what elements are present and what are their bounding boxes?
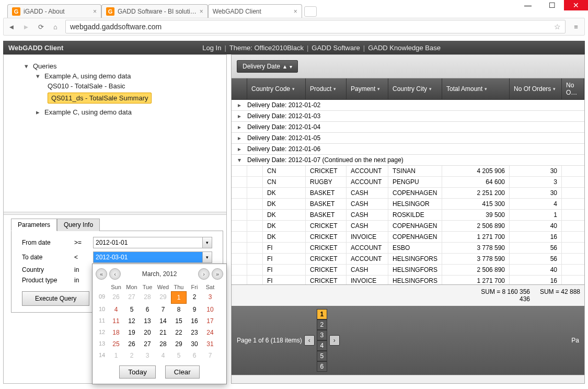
pager-next-icon[interactable]: › xyxy=(329,335,340,346)
header-link-theme[interactable]: Theme: Office2010Black xyxy=(229,44,304,52)
tree-node[interactable]: ▾Queries ▾Example A, using demo data QS0… xyxy=(25,60,217,120)
calendar-day[interactable]: 5 xyxy=(171,350,187,361)
calendar-next-icon[interactable]: › xyxy=(198,268,210,280)
col-city[interactable]: Country City▾ xyxy=(388,78,442,99)
calendar-day[interactable]: 18 xyxy=(108,327,124,338)
calendar-day[interactable]: 25 xyxy=(108,338,124,350)
pager-page[interactable]: 5 xyxy=(317,351,327,361)
calendar-fast-prev-icon[interactable]: « xyxy=(96,268,107,280)
col-product[interactable]: Product▾ xyxy=(306,78,347,99)
calendar-day[interactable]: 12 xyxy=(124,315,140,327)
table-row[interactable]: DKBASKETCASHROSKILDE39 5001 xyxy=(232,210,584,221)
execute-query-button[interactable]: Execute Query xyxy=(22,291,89,306)
table-row[interactable]: FICRICKETACCOUNTESBO3 778 59056 xyxy=(232,243,584,254)
calendar-day[interactable]: 4 xyxy=(108,304,124,315)
calendar-day[interactable]: 15 xyxy=(171,315,187,327)
header-link-kb[interactable]: GADD Knowledge Base xyxy=(368,44,441,52)
browser-tab[interactable]: G GADD Software - BI soluti… × xyxy=(101,4,208,18)
tab-query-info[interactable]: Query Info xyxy=(57,219,100,231)
filter-icon[interactable]: ▾ xyxy=(290,64,292,70)
calendar-day[interactable]: 16 xyxy=(187,315,202,327)
table-row[interactable]: FICRICKETACCOUNTHELSINGFORS3 778 59056 xyxy=(232,254,584,265)
calendar-day[interactable]: 13 xyxy=(140,315,155,327)
calendar-day[interactable]: 31 xyxy=(202,338,218,350)
calendar-day[interactable]: 10 xyxy=(202,304,218,315)
home-icon[interactable]: ⌂ xyxy=(51,22,60,31)
calendar-day[interactable]: 19 xyxy=(124,327,140,338)
header-link-login[interactable]: Log In xyxy=(202,44,221,52)
calendar-prev-icon[interactable]: ‹ xyxy=(109,268,121,280)
col-payment[interactable]: Payment▾ xyxy=(347,78,388,99)
col-extra[interactable]: No O… xyxy=(562,78,584,99)
calendar-day[interactable]: 4 xyxy=(155,350,171,361)
calendar-day[interactable]: 26 xyxy=(124,338,140,350)
menu-icon[interactable]: ≡ xyxy=(571,22,581,31)
col-orders[interactable]: No Of Orders▾ xyxy=(510,78,562,99)
chevron-right-icon[interactable]: ▸ xyxy=(232,112,247,120)
group-row[interactable]: ▸Delivery Date: 2012-01-02 xyxy=(232,100,584,111)
close-icon[interactable]: × xyxy=(200,8,203,15)
browser-tab[interactable]: WebGADD Client × xyxy=(208,4,302,18)
calendar-day[interactable]: 27 xyxy=(124,291,140,304)
group-row[interactable]: ▸Delivery Date: 2012-01-05 xyxy=(232,133,584,144)
header-link-gadd[interactable]: GADD Software xyxy=(312,44,360,52)
table-row[interactable]: DKCRICKETCASHCOPENHAGEN2 506 89040 xyxy=(232,221,584,232)
browser-tab[interactable]: G iGADD - About × xyxy=(7,4,101,18)
reload-icon[interactable]: ⟳ xyxy=(36,22,45,31)
calendar-day[interactable]: 7 xyxy=(202,350,218,361)
calendar-day[interactable]: 28 xyxy=(140,291,155,304)
chevron-down-icon[interactable]: ▾ xyxy=(232,156,247,164)
group-by-panel[interactable]: Delivery Date ▴ ▾ xyxy=(232,55,584,78)
calendar-day[interactable]: 3 xyxy=(140,350,155,361)
calendar-today-button[interactable]: Today xyxy=(119,365,156,379)
calendar-day[interactable]: 7 xyxy=(155,304,171,315)
pager-page[interactable]: 4 xyxy=(317,340,327,351)
calendar-day[interactable]: 2 xyxy=(187,291,202,304)
table-row[interactable]: DKBASKETCASHHELSINGOR415 3004 xyxy=(232,199,584,210)
address-bar[interactable]: webgadd.gaddsoftware.com ☆ xyxy=(65,20,566,33)
calendar-day[interactable]: 24 xyxy=(202,327,218,338)
calendar-day[interactable]: 9 xyxy=(187,304,202,315)
tree-leaf[interactable]: QS010 - TotalSale - Basic xyxy=(48,80,217,92)
table-row[interactable]: FICRICKETCASHHELSINGFORS2 506 89040 xyxy=(232,265,584,276)
calendar-day[interactable]: 26 xyxy=(108,291,124,304)
table-row[interactable]: CNCRICKETACCOUNTTSINAN4 205 90630 xyxy=(232,166,584,177)
bookmark-star-icon[interactable]: ☆ xyxy=(554,22,561,31)
calendar-day[interactable]: 22 xyxy=(171,327,187,338)
calendar-day[interactable]: 1 xyxy=(171,291,187,304)
col-country-code[interactable]: Country Code▾ xyxy=(247,78,306,99)
pager-page[interactable]: 3 xyxy=(317,330,327,340)
pager-page[interactable]: 2 xyxy=(317,319,327,330)
calendar-day[interactable]: 2 xyxy=(124,350,140,361)
calendar-clear-button[interactable]: Clear xyxy=(165,365,200,379)
dropdown-icon[interactable]: ▾ xyxy=(203,237,212,248)
calendar-title[interactable]: March, 2012 xyxy=(121,270,198,278)
group-row[interactable]: ▸Delivery Date: 2012-01-03 xyxy=(232,111,584,122)
tree-node[interactable]: ▾Example A, using demo data QS010 - Tota… xyxy=(36,70,217,106)
pager-prev-icon[interactable]: ‹ xyxy=(304,335,315,346)
close-icon[interactable]: × xyxy=(294,8,297,15)
window-close-button[interactable]: ✕ xyxy=(564,0,588,10)
calendar-day[interactable]: 11 xyxy=(108,315,124,327)
group-row[interactable]: ▸Delivery Date: 2012-01-06 xyxy=(232,144,584,155)
tree-node[interactable]: ▸Example C, using demo data xyxy=(36,106,217,118)
calendar-day[interactable]: 6 xyxy=(140,304,155,315)
calendar-day[interactable]: 28 xyxy=(155,338,171,350)
calendar-day[interactable]: 3 xyxy=(202,291,218,304)
back-icon[interactable]: ◄ xyxy=(7,22,16,31)
close-icon[interactable]: × xyxy=(93,8,97,15)
table-row[interactable]: DKCRICKETINVOICECOPENHAGEN1 271 70016 xyxy=(232,232,584,243)
window-maximize-button[interactable]: ☐ xyxy=(540,0,564,10)
calendar-day[interactable]: 21 xyxy=(155,327,171,338)
calendar-day[interactable]: 1 xyxy=(108,350,124,361)
window-minimize-button[interactable]: — xyxy=(516,0,540,10)
calendar-day[interactable]: 17 xyxy=(202,315,218,327)
chevron-right-icon[interactable]: ▸ xyxy=(232,134,247,142)
col-amount[interactable]: Total Amount▾ xyxy=(442,78,510,99)
from-date-input[interactable] xyxy=(93,237,203,248)
chevron-right-icon[interactable]: ▸ xyxy=(232,145,247,153)
to-date-input[interactable] xyxy=(93,251,203,263)
new-tab-button[interactable] xyxy=(304,6,317,17)
chevron-right-icon[interactable]: ▸ xyxy=(232,101,247,109)
calendar-day[interactable]: 29 xyxy=(155,291,171,304)
